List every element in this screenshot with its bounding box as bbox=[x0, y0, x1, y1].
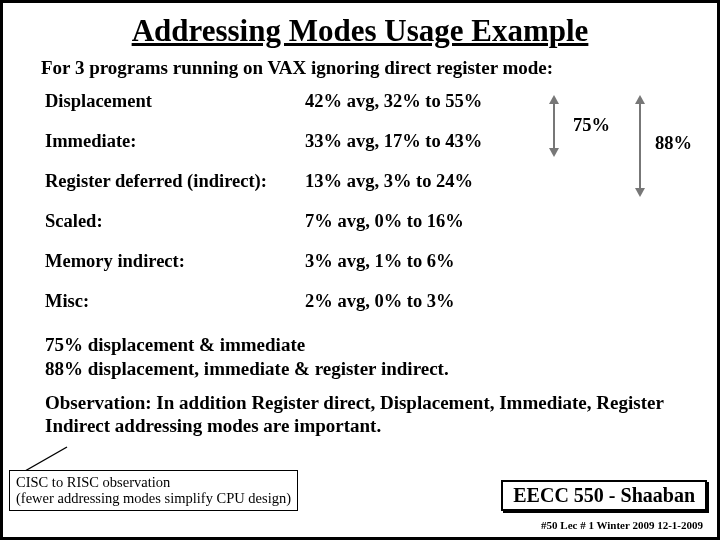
table-row: Register deferred (indirect): 13% avg, 3… bbox=[45, 171, 687, 211]
table-row: Scaled: 7% avg, 0% to 16% bbox=[45, 211, 687, 251]
modes-table: Displacement 42% avg, 32% to 55% Immedia… bbox=[33, 91, 687, 331]
bracket-arrow-88 bbox=[639, 97, 641, 195]
summary-notes: 75% displacement & immediate 88% displac… bbox=[33, 333, 687, 381]
percent-annotation-75: 75% bbox=[573, 115, 610, 136]
footer-text: #50 Lec # 1 Winter 2009 12-1-2009 bbox=[541, 519, 703, 531]
note-line: 88% displacement, immediate & register i… bbox=[45, 357, 687, 381]
mode-value: 13% avg, 3% to 24% bbox=[305, 171, 535, 192]
slide-subtitle: For 3 programs running on VAX ignoring d… bbox=[33, 57, 687, 79]
cisc-line: (fewer addressing modes simplify CPU des… bbox=[16, 490, 291, 507]
slide: Addressing Modes Usage Example For 3 pro… bbox=[0, 0, 720, 540]
mode-label: Immediate: bbox=[45, 131, 305, 152]
percent-annotation-88: 88% bbox=[655, 133, 692, 154]
mode-value: 7% avg, 0% to 16% bbox=[305, 211, 535, 232]
table-row: Memory indirect: 3% avg, 1% to 6% bbox=[45, 251, 687, 291]
mode-label: Memory indirect: bbox=[45, 251, 305, 272]
observation-text: Observation: In addition Register direct… bbox=[33, 391, 687, 439]
mode-label: Scaled: bbox=[45, 211, 305, 232]
course-box: EECC 550 - Shaaban bbox=[501, 480, 707, 511]
mode-label: Misc: bbox=[45, 291, 305, 312]
mode-value: 2% avg, 0% to 3% bbox=[305, 291, 535, 312]
note-line: 75% displacement & immediate bbox=[45, 333, 687, 357]
mode-value: 3% avg, 1% to 6% bbox=[305, 251, 535, 272]
table-row: Immediate: 33% avg, 17% to 43% bbox=[45, 131, 687, 171]
mode-label: Register deferred (indirect): bbox=[45, 171, 305, 192]
mode-value: 42% avg, 32% to 55% bbox=[305, 91, 535, 112]
cisc-note-box: CISC to RISC observation (fewer addressi… bbox=[9, 470, 298, 511]
cisc-line: CISC to RISC observation bbox=[16, 474, 291, 491]
slide-title: Addressing Modes Usage Example bbox=[33, 13, 687, 49]
mode-value: 33% avg, 17% to 43% bbox=[305, 131, 535, 152]
mode-label: Displacement bbox=[45, 91, 305, 112]
bracket-arrow-75 bbox=[553, 97, 555, 155]
table-row: Misc: 2% avg, 0% to 3% bbox=[45, 291, 687, 331]
